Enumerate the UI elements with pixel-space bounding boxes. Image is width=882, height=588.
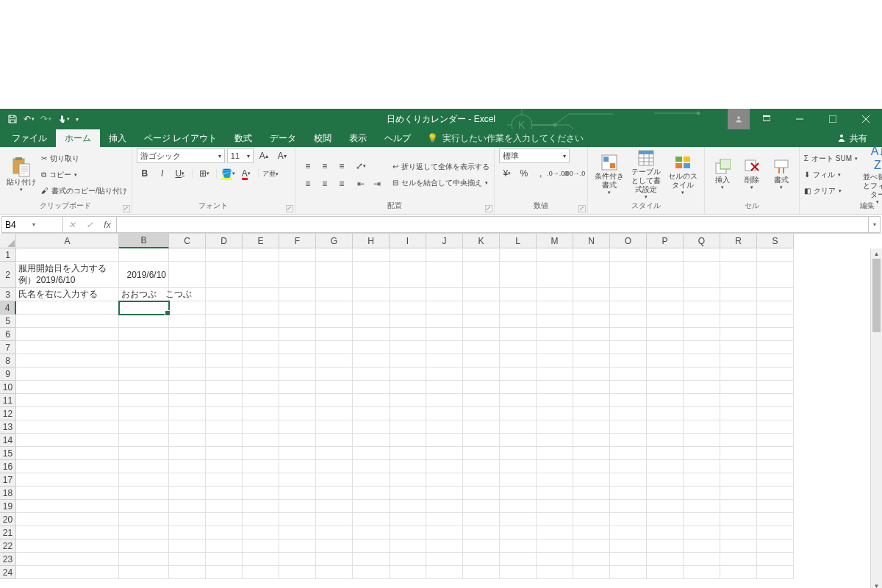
cell-R24[interactable]	[720, 566, 757, 579]
cell-F22[interactable]	[279, 539, 316, 553]
format-painter-button[interactable]: 🖌書式のコピー/貼り付け	[41, 184, 127, 198]
cell-P18[interactable]	[647, 487, 684, 500]
cell-S19[interactable]	[757, 500, 794, 513]
column-header[interactable]: F	[279, 234, 316, 248]
cell-E13[interactable]	[243, 420, 279, 434]
cell-H9[interactable]	[353, 368, 390, 381]
cell-I1[interactable]	[390, 248, 426, 262]
cells-area[interactable]: 服用開始日を入力する 例）2019/6/102019/6/10氏名を右に入力する…	[16, 248, 882, 588]
cell-Q21[interactable]	[684, 526, 720, 539]
fill-color-button[interactable]: 🪣▾	[220, 166, 237, 181]
cell-J4[interactable]	[426, 301, 463, 315]
cell-E7[interactable]	[243, 341, 279, 354]
cell-P10[interactable]	[647, 381, 684, 394]
cell-L7[interactable]	[500, 341, 537, 354]
align-right-icon[interactable]: ≡	[334, 176, 350, 191]
cell-F8[interactable]	[279, 354, 316, 368]
cell-Q2[interactable]	[684, 262, 720, 288]
cell-G9[interactable]	[316, 368, 353, 381]
cell-H13[interactable]	[353, 420, 390, 434]
cell-C6[interactable]	[169, 328, 206, 341]
clear-button[interactable]: ◧クリア ▾	[804, 184, 858, 198]
cell-K5[interactable]	[463, 315, 500, 328]
cell-O4[interactable]	[610, 301, 647, 315]
cell-S1[interactable]	[757, 248, 794, 262]
cell-B7[interactable]	[119, 341, 169, 354]
cell-A21[interactable]	[16, 526, 119, 539]
cell-B2[interactable]: 2019/6/10	[119, 262, 169, 288]
scroll-down-icon[interactable]: ▼	[871, 581, 882, 588]
scroll-up-icon[interactable]: ▲	[871, 248, 882, 259]
cell-L17[interactable]	[500, 473, 537, 487]
cell-A3[interactable]: 氏名を右に入力する	[16, 288, 119, 301]
cell-D19[interactable]	[206, 500, 243, 513]
cell-A6[interactable]	[16, 328, 119, 341]
cell-I23[interactable]	[390, 553, 426, 566]
cell-Q24[interactable]	[684, 566, 720, 579]
tab-review[interactable]: 校閲	[305, 129, 340, 147]
tab-data[interactable]: データ	[261, 129, 305, 147]
tab-help[interactable]: ヘルプ	[376, 129, 420, 147]
cell-L3[interactable]	[500, 288, 537, 301]
align-top-icon[interactable]: ≡	[300, 159, 316, 173]
cell-I9[interactable]	[390, 368, 426, 381]
column-header[interactable]: H	[353, 234, 390, 248]
cell-B1[interactable]	[119, 248, 169, 262]
cell-J2[interactable]	[426, 262, 463, 288]
cell-Q9[interactable]	[684, 368, 720, 381]
cell-P1[interactable]	[647, 248, 684, 262]
column-header[interactable]: A	[16, 234, 119, 248]
row-header[interactable]: 11	[0, 394, 16, 407]
cell-H3[interactable]	[353, 288, 390, 301]
cell-D2[interactable]	[206, 262, 243, 288]
cell-C7[interactable]	[169, 341, 206, 354]
cell-H12[interactable]	[353, 407, 390, 420]
cell-P21[interactable]	[647, 526, 684, 539]
cell-B14[interactable]	[119, 434, 169, 447]
cell-Q17[interactable]	[684, 473, 720, 487]
cell-P6[interactable]	[647, 328, 684, 341]
delete-cells-button[interactable]: 削除▾	[739, 151, 765, 199]
cell-G24[interactable]	[316, 566, 353, 579]
cell-S6[interactable]	[757, 328, 794, 341]
cell-L15[interactable]	[500, 447, 537, 460]
cell-I6[interactable]	[390, 328, 426, 341]
cell-O21[interactable]	[610, 526, 647, 539]
cell-H20[interactable]	[353, 513, 390, 526]
cell-A4[interactable]	[16, 301, 119, 315]
cell-A22[interactable]	[16, 539, 119, 553]
cell-M19[interactable]	[537, 500, 573, 513]
cell-K10[interactable]	[463, 381, 500, 394]
cell-P15[interactable]	[647, 447, 684, 460]
cell-K22[interactable]	[463, 539, 500, 553]
cell-Q1[interactable]	[684, 248, 720, 262]
cell-H19[interactable]	[353, 500, 390, 513]
cell-Q4[interactable]	[684, 301, 720, 315]
save-icon[interactable]	[7, 114, 18, 124]
cell-O18[interactable]	[610, 487, 647, 500]
cell-R19[interactable]	[720, 500, 757, 513]
cell-G7[interactable]	[316, 341, 353, 354]
cell-I10[interactable]	[390, 381, 426, 394]
column-header[interactable]: R	[720, 234, 757, 248]
cell-C15[interactable]	[169, 447, 206, 460]
cell-P3[interactable]	[647, 288, 684, 301]
cell-C9[interactable]	[169, 368, 206, 381]
cell-O8[interactable]	[610, 354, 647, 368]
italic-button[interactable]: I	[154, 166, 171, 181]
cell-B19[interactable]	[119, 500, 169, 513]
cell-J14[interactable]	[426, 434, 463, 447]
expand-formula-bar-icon[interactable]: ▾	[869, 216, 881, 233]
cell-O10[interactable]	[610, 381, 647, 394]
cell-I8[interactable]	[390, 354, 426, 368]
cell-M9[interactable]	[537, 368, 573, 381]
cell-R21[interactable]	[720, 526, 757, 539]
touch-mode-icon[interactable]: ▾	[57, 114, 70, 124]
cell-K11[interactable]	[463, 394, 500, 407]
cell-J24[interactable]	[426, 566, 463, 579]
number-format-select[interactable]: 標準▾	[499, 148, 570, 163]
cell-E22[interactable]	[243, 539, 279, 553]
border-button[interactable]: ⊞▾	[196, 166, 212, 181]
cell-G19[interactable]	[316, 500, 353, 513]
cell-C18[interactable]	[169, 487, 206, 500]
